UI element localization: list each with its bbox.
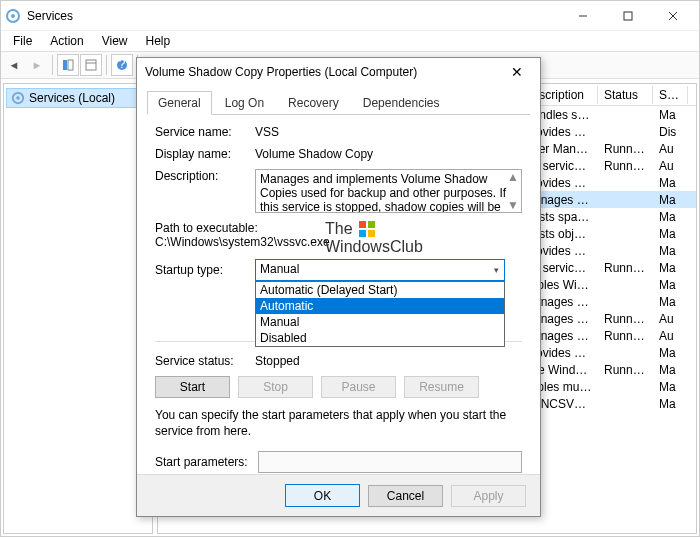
tab-logon[interactable]: Log On (214, 91, 275, 115)
svg-point-1 (11, 14, 15, 18)
tree-item-services-local[interactable]: Services (Local) (6, 88, 150, 108)
tab-dependencies[interactable]: Dependencies (352, 91, 451, 115)
cancel-button[interactable]: Cancel (368, 485, 443, 507)
option-manual[interactable]: Manual (256, 314, 504, 330)
label-service-status: Service status: (155, 354, 255, 368)
label-path: Path to executable: (155, 221, 522, 235)
dialog-title: Volume Shadow Copy Properties (Local Com… (145, 65, 502, 79)
menu-file[interactable]: File (5, 32, 40, 50)
titlebar: Services (1, 1, 699, 31)
description-box[interactable]: Manages and implements Volume Shadow Cop… (255, 169, 522, 213)
show-hide-tree-button[interactable] (57, 54, 79, 76)
startup-type-combo[interactable]: Manual ▾ Automatic (Delayed Start) Autom… (255, 259, 505, 281)
col-status[interactable]: Status (598, 86, 653, 104)
svg-point-13 (16, 96, 20, 100)
pause-button: Pause (321, 376, 396, 398)
tab-general[interactable]: General (147, 91, 212, 115)
start-params-note: You can specify the start parameters tha… (155, 408, 522, 439)
dialog-close-button[interactable]: ✕ (502, 64, 532, 80)
option-disabled[interactable]: Disabled (256, 330, 504, 346)
label-start-params: Start parameters: (155, 455, 248, 469)
maximize-button[interactable] (605, 2, 650, 30)
svg-rect-3 (624, 12, 632, 20)
properties-dialog: Volume Shadow Copy Properties (Local Com… (136, 57, 541, 517)
value-service-name: VSS (255, 125, 522, 139)
description-scrollbar[interactable]: ▲▼ (505, 170, 521, 212)
label-startup-type: Startup type: (155, 263, 255, 277)
minimize-button[interactable] (560, 2, 605, 30)
svg-rect-8 (86, 60, 96, 70)
tree-item-label: Services (Local) (29, 91, 115, 105)
stop-button: Stop (238, 376, 313, 398)
resume-button: Resume (404, 376, 479, 398)
label-service-name: Service name: (155, 125, 255, 139)
value-path: C:\Windows\system32\vssvc.exe (155, 235, 522, 249)
chevron-down-icon[interactable]: ▾ (488, 260, 504, 280)
services-icon (5, 8, 21, 24)
description-text: Manages and implements Volume Shadow Cop… (260, 172, 506, 213)
back-button[interactable]: ◄ (3, 54, 25, 76)
svg-text:?: ? (119, 59, 126, 71)
startup-type-value: Manual (255, 259, 505, 281)
help-button[interactable]: ? (111, 54, 133, 76)
close-button[interactable] (650, 2, 695, 30)
apply-button: Apply (451, 485, 526, 507)
dialog-footer: OK Cancel Apply (137, 474, 540, 516)
start-params-input[interactable] (258, 451, 522, 473)
tabstrip: General Log On Recovery Dependencies (147, 90, 530, 115)
svg-rect-7 (68, 60, 73, 70)
tab-recovery[interactable]: Recovery (277, 91, 350, 115)
menubar: File Action View Help (1, 31, 699, 51)
menu-help[interactable]: Help (138, 32, 179, 50)
startup-type-dropdown[interactable]: Automatic (Delayed Start) Automatic Manu… (255, 281, 505, 347)
services-icon (11, 91, 25, 105)
window-title: Services (27, 9, 560, 23)
svg-rect-6 (63, 60, 67, 70)
option-automatic[interactable]: Automatic (256, 298, 504, 314)
value-display-name: Volume Shadow Copy (255, 147, 522, 161)
forward-button[interactable]: ► (26, 54, 48, 76)
ok-button[interactable]: OK (285, 484, 360, 507)
start-button[interactable]: Start (155, 376, 230, 398)
dialog-titlebar: Volume Shadow Copy Properties (Local Com… (137, 58, 540, 86)
tree-pane: Services (Local) (3, 83, 153, 534)
export-list-button[interactable] (80, 54, 102, 76)
menu-action[interactable]: Action (42, 32, 91, 50)
menu-view[interactable]: View (94, 32, 136, 50)
label-display-name: Display name: (155, 147, 255, 161)
col-startup[interactable]: Sta... (653, 86, 688, 104)
option-auto-delayed[interactable]: Automatic (Delayed Start) (256, 282, 504, 298)
value-service-status: Stopped (255, 354, 300, 368)
label-description: Description: (155, 169, 255, 183)
